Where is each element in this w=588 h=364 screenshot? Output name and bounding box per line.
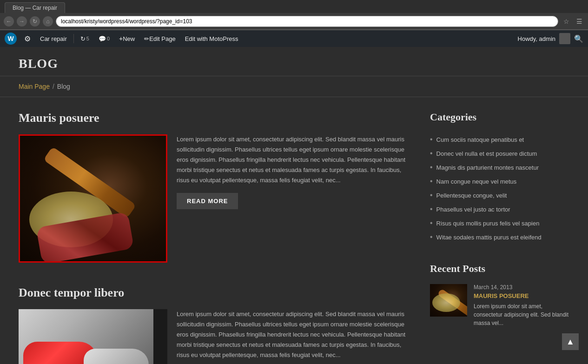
admin-bar-site-name[interactable]: Car repair [36, 30, 71, 47]
breadcrumb: Main Page / Blog [0, 76, 588, 97]
bookmark-button[interactable]: ☆ [561, 16, 571, 26]
list-item[interactable]: Phasellus vel justo ac tortor [430, 202, 569, 216]
post-1-title: Mauris posuere [19, 111, 411, 125]
car-bg [19, 309, 153, 364]
scroll-top-button[interactable]: ▲ [562, 333, 579, 350]
wp-logo[interactable]: W [5, 33, 17, 45]
post-1: Mauris posuere [19, 111, 411, 263]
wp-admin-bar: W ⚙ Car repair ↻ 5 💬 0 + New ✏ Edit Page… [0, 30, 588, 47]
edit-motopress-label: Edit with MotoPress [185, 35, 238, 42]
post-2-title: Donec tempor libero [19, 286, 411, 300]
menu-button[interactable]: ☰ [574, 16, 584, 26]
post-2-body: Lorem ipsum dolor sit amet, consectetur … [19, 309, 411, 364]
separator [73, 34, 74, 43]
post-2: Donec tempor libero Lorem ipsum do [19, 286, 411, 364]
post-1-image-wrap [19, 134, 167, 263]
category-link-2[interactable]: Donec vel nulla et est posuere dictum [436, 150, 537, 157]
post-2-excerpt: Lorem ipsum dolor sit amet, consectetur … [177, 309, 411, 360]
sidebar: Categories Cum sociis natoque penatibus … [430, 111, 569, 364]
back-button[interactable]: ← [4, 16, 14, 26]
post-1-image [20, 136, 167, 261]
page-content: BLOG Main Page / Blog Mauris posuere [0, 47, 588, 364]
category-link-4[interactable]: Nam congue neque vel metus [436, 178, 517, 185]
howdy-text: Howdy, admin [518, 35, 555, 42]
categories-list: Cum sociis natoque penatibus et Donec ve… [430, 132, 569, 244]
tab-label: Blog — Car repair [13, 5, 57, 11]
categories-section: Categories Cum sociis natoque penatibus … [430, 111, 569, 244]
category-link-7[interactable]: Risus quis mollis purus felis vel sapien [436, 220, 540, 227]
post-2-text: Lorem ipsum dolor sit amet, consectetur … [177, 309, 411, 364]
admin-bar-edit-motopress[interactable]: Edit with MotoPress [181, 30, 242, 47]
post-1-excerpt: Lorem ipsum dolor sit amet, consectetur … [177, 134, 411, 185]
recent-post-title-1[interactable]: MAURIS POSUERE [474, 292, 569, 299]
admin-bar-comments[interactable]: 💬 0 [95, 30, 113, 47]
post-1-text: Lorem ipsum dolor sit amet, consectetur … [177, 134, 411, 263]
post-2-image-wrap [19, 309, 167, 364]
admin-bar-new[interactable]: + New [115, 30, 139, 47]
browser-tab[interactable]: Blog — Car repair [5, 2, 65, 13]
breadcrumb-home[interactable]: Main Page [19, 83, 50, 90]
list-item[interactable]: Risus quis mollis purus felis vel sapien [430, 216, 569, 230]
page-title: BLOG [19, 56, 569, 71]
wp-logo-text: W [7, 35, 13, 42]
admin-bar-updates[interactable]: ↻ 5 [77, 30, 93, 47]
recent-thumb-bg [430, 284, 467, 317]
reload-button[interactable]: ↻ [30, 16, 40, 26]
recent-posts-section: Recent Posts March 14, 2013 MAURIS POSUE… [430, 263, 569, 327]
edit-page-label: Edit Page [149, 35, 175, 42]
category-link-1[interactable]: Cum sociis natoque penatibus et [436, 136, 524, 143]
new-label: New [123, 35, 135, 42]
recent-posts-title: Recent Posts [430, 263, 569, 275]
site-name-text: Car repair [40, 35, 67, 42]
thumb-plate [432, 293, 460, 312]
recent-post-info-1: March 14, 2013 MAURIS POSUERE Lorem ipsu… [474, 284, 569, 327]
breadcrumb-current: Blog [57, 83, 70, 90]
category-link-5[interactable]: Pellentesque congue, velit [436, 192, 507, 199]
category-link-6[interactable]: Phasellus vel justo ac tortor [436, 206, 510, 213]
updates-count: 5 [86, 36, 89, 41]
food-image-bg [20, 136, 167, 261]
recent-post-item-1: March 14, 2013 MAURIS POSUERE Lorem ipsu… [430, 284, 569, 327]
breadcrumb-separator: / [53, 83, 54, 90]
categories-title: Categories [430, 111, 569, 123]
car-silver [84, 349, 149, 364]
recent-post-thumb-1 [430, 284, 467, 317]
category-link-8[interactable]: Witae sodales mattis purus est eleifend [436, 234, 542, 241]
list-item[interactable]: Nam congue neque vel metus [430, 174, 569, 188]
post-2-image [19, 309, 153, 364]
category-link-3[interactable]: Magnis dis parturient montes nascetur [436, 164, 539, 171]
list-item[interactable]: Witae sodales mattis purus est eleifend [430, 230, 569, 244]
recent-post-excerpt-1: Lorem ipsum dolor sit amet, consectetur … [474, 302, 569, 327]
list-item[interactable]: Cum sociis natoque penatibus et [430, 132, 569, 146]
list-item[interactable]: Pellentesque congue, velit [430, 188, 569, 202]
post-1-read-more[interactable]: READ MORE [177, 193, 238, 209]
main-layout: Mauris posuere [0, 97, 588, 364]
search-icon[interactable]: 🔍 [574, 34, 583, 43]
scroll-top-icon: ▲ [566, 337, 575, 347]
list-item[interactable]: Donec vel nulla et est posuere dictum [430, 146, 569, 160]
admin-avatar [559, 33, 570, 44]
home-button[interactable]: ⌂ [43, 16, 53, 26]
url-text: localhost/kristy/wordpress4/wordpress/?p… [61, 18, 192, 25]
admin-bar-site-icon[interactable]: ⚙ [20, 30, 34, 47]
comments-count: 0 [107, 36, 110, 41]
address-bar[interactable]: localhost/kristy/wordpress4/wordpress/?p… [56, 16, 558, 27]
admin-bar-edit-page[interactable]: ✏ Edit Page [140, 30, 179, 47]
forward-button[interactable]: → [17, 16, 27, 26]
recent-post-date-1: March 14, 2013 [474, 284, 569, 291]
page-header: BLOG [0, 47, 588, 76]
list-item[interactable]: Magnis dis parturient montes nascetur [430, 160, 569, 174]
post-1-body: Lorem ipsum dolor sit amet, consectetur … [19, 134, 411, 263]
main-content: Mauris posuere [19, 111, 411, 364]
